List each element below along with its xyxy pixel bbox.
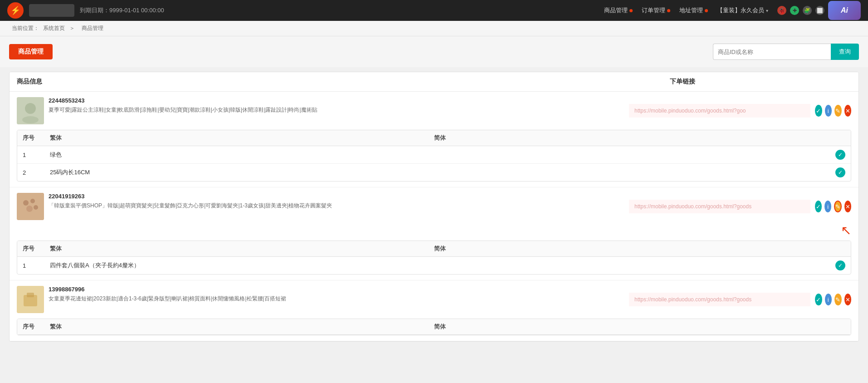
edit-btn-1[interactable]: ✎ bbox=[834, 105, 842, 117]
svg-point-7 bbox=[34, 205, 38, 210]
nav-item-member[interactable]: 【童装】永久会员 ▾ bbox=[717, 6, 768, 15]
info-btn-2[interactable]: i bbox=[824, 201, 831, 212]
bug-icon[interactable]: 🐞 bbox=[777, 6, 786, 15]
product-row-1: 22448553243 夏季可愛|露趾公主涼鞋|女童|軟底防滑|涼拖鞋|嬰幼兒|… bbox=[10, 92, 858, 187]
sub-col-seq: 序号 bbox=[23, 134, 50, 142]
info-btn-1[interactable]: i bbox=[825, 105, 832, 117]
topbar-icons: 🐞 ✚ 🧩 ⬜ Ai bbox=[777, 1, 861, 20]
breadcrumb-current: 商品管理 bbox=[82, 25, 103, 31]
thumb-img-3 bbox=[17, 286, 44, 313]
nav-dot-orders bbox=[667, 9, 670, 12]
nav-label-member: 【童装】永久会员 bbox=[717, 6, 764, 15]
nav-item-orders[interactable]: 订单管理 bbox=[642, 6, 670, 15]
product-info-1: 22448553243 夏季可愛|露趾公主涼鞋|女童|軟底防滑|涼拖鞋|嬰幼兒|… bbox=[17, 97, 624, 124]
product-main-3: 13998867996 女童夏季花邊短裙|2023新款|適合1-3-6歲|緊身版… bbox=[10, 280, 858, 319]
sub-check-2-1: ✓ bbox=[818, 260, 845, 270]
window-icon[interactable]: ⬜ bbox=[815, 6, 824, 15]
product-link-1: https://mobile.pinduoduo.com/goods.html?… bbox=[634, 108, 746, 114]
search-button[interactable]: 查询 bbox=[831, 44, 859, 60]
check-icon-1-2: ✓ bbox=[835, 167, 845, 177]
product-id-1: 22448553243 bbox=[49, 97, 624, 104]
edit-btn-3[interactable]: ✎ bbox=[834, 294, 842, 305]
product-link-2: https://mobile.pinduoduo.com/goods.html?… bbox=[634, 203, 751, 210]
check-btn-3[interactable]: ✓ bbox=[815, 294, 822, 305]
product-main-1: 22448553243 夏季可愛|露趾公主涼鞋|女童|軟底防滑|涼拖鞋|嬰幼兒|… bbox=[10, 92, 858, 130]
edit-btn-2[interactable]: ✎ bbox=[834, 201, 842, 212]
check-icon-1-1: ✓ bbox=[835, 150, 845, 160]
sub-check-1-1: ✓ bbox=[818, 150, 845, 160]
sub-row-2-1: 1 四件套八個裝A（夾子長約4釐米） ✓ bbox=[17, 257, 851, 274]
sub-table-header-1: 序号 繁体 简体 bbox=[17, 130, 851, 146]
nav-item-products[interactable]: 商品管理 bbox=[604, 6, 633, 15]
sub-col-trad-2: 繁体 bbox=[50, 245, 434, 253]
manage-button[interactable]: 商品管理 bbox=[9, 44, 53, 59]
check-btn-1[interactable]: ✓ bbox=[815, 105, 822, 117]
svg-point-4 bbox=[23, 200, 29, 206]
nav-label-address: 地址管理 bbox=[679, 6, 703, 15]
chevron-down-icon: ▾ bbox=[766, 8, 768, 13]
sub-trad-2-1: 四件套八個裝A（夾子長約4釐米） bbox=[50, 261, 434, 270]
product-link-cell-1: https://mobile.pinduoduo.com/goods.html?… bbox=[629, 104, 810, 118]
main-content: 商品信息 下单链接 22448553243 夏季可愛|露趾公主涼鞋| bbox=[0, 67, 868, 346]
product-thumb-2 bbox=[17, 193, 44, 220]
breadcrumb-home[interactable]: 系统首页 bbox=[43, 25, 65, 31]
thumb-img-1 bbox=[17, 97, 44, 124]
col-link-header: 下单链接 bbox=[670, 78, 851, 86]
delete-btn-2[interactable]: ✕ bbox=[844, 201, 851, 212]
page-header: 商品管理 查询 bbox=[0, 36, 868, 67]
topbar-left: ⚡ 到期日期：9999-01-01 00:00:00 bbox=[7, 2, 164, 19]
svg-rect-10 bbox=[27, 293, 34, 297]
product-row-3: 13998867996 女童夏季花邊短裙|2023新款|適合1-3-6歲|緊身版… bbox=[10, 280, 858, 341]
breadcrumb: 当前位置： 系统首页 ＞ 商品管理 bbox=[0, 21, 868, 36]
product-name-3: 女童夏季花邊短裙|2023新款|適合1-3-6歲|緊身版型|喇叭裙|棉質面料|休… bbox=[49, 295, 624, 303]
product-id-2: 22041919263 bbox=[49, 193, 624, 200]
sub-table-2: 序号 繁体 简体 1 四件套八個裝A（夾子長約4釐米） ✓ bbox=[17, 241, 851, 275]
product-table: 商品信息 下单链接 22448553243 夏季可愛|露趾公主涼鞋| bbox=[9, 72, 859, 342]
sub-seq-2-1: 1 bbox=[23, 262, 50, 269]
svg-point-6 bbox=[26, 206, 33, 212]
sub-seq-1-2: 2 bbox=[23, 169, 50, 176]
breadcrumb-prefix: 当前位置： bbox=[12, 25, 39, 31]
product-link-cell-2: https://mobile.pinduoduo.com/goods.html?… bbox=[629, 200, 810, 213]
product-text-2: 22041919263 「韓版童裝平價SHOP」韓版|超萌寶寶髮夾|兒童髮飾|亞… bbox=[49, 193, 624, 210]
sub-table-1: 序号 繁体 简体 1 绿色 ✓ 2 25码内长16CM bbox=[17, 130, 851, 182]
delete-btn-3[interactable]: ✕ bbox=[844, 294, 852, 305]
table-header: 商品信息 下单链接 bbox=[10, 72, 858, 92]
product-info-3: 13998867996 女童夏季花邊短裙|2023新款|適合1-3-6歲|緊身版… bbox=[17, 286, 624, 313]
info-btn-3[interactable]: i bbox=[825, 294, 832, 305]
nav-item-address[interactable]: 地址管理 bbox=[679, 6, 708, 15]
sub-row-1-2: 2 25码内长16CM ✓ bbox=[17, 164, 851, 181]
sub-col-trad: 繁体 bbox=[50, 134, 434, 142]
check-icon-2-1: ✓ bbox=[835, 260, 845, 270]
sub-col-seq-3: 序号 bbox=[23, 323, 50, 331]
sub-col-action bbox=[818, 134, 845, 142]
sub-table-3: 序号 繁体 简体 bbox=[17, 319, 851, 335]
sub-seq-1-1: 1 bbox=[23, 152, 50, 158]
extension-icon[interactable]: ✚ bbox=[790, 6, 799, 15]
search-area: 查询 bbox=[713, 44, 859, 60]
arrow-area: ↙ bbox=[10, 224, 858, 239]
check-btn-2[interactable]: ✓ bbox=[815, 201, 822, 212]
sub-table-header-3: 序号 繁体 简体 bbox=[17, 319, 851, 335]
puzzle-icon[interactable]: 🧩 bbox=[803, 6, 812, 15]
breadcrumb-sep: ＞ bbox=[69, 25, 76, 31]
search-input[interactable] bbox=[713, 44, 831, 60]
svg-point-2 bbox=[22, 116, 39, 123]
product-name-2: 「韓版童裝平價SHOP」韓版|超萌寶寶髮夾|兒童髮飾|亞克力心形|可愛劉海髮夾|… bbox=[49, 201, 624, 210]
sub-col-trad-3: 繁体 bbox=[50, 323, 434, 331]
sub-check-1-2: ✓ bbox=[818, 167, 845, 177]
sub-col-simp: 简体 bbox=[434, 134, 818, 142]
sub-trad-1-1: 绿色 bbox=[50, 151, 434, 159]
product-link-cell-3: https://mobile.pinduoduo.com/goods.html?… bbox=[629, 293, 810, 306]
sub-col-simp-3: 简体 bbox=[434, 323, 818, 331]
col-product-header: 商品信息 bbox=[17, 78, 670, 86]
delete-btn-1[interactable]: ✕ bbox=[844, 105, 852, 117]
product-thumb-1 bbox=[17, 97, 44, 124]
ai-badge[interactable]: Ai bbox=[828, 1, 861, 20]
product-text-3: 13998867996 女童夏季花邊短裙|2023新款|適合1-3-6歲|緊身版… bbox=[49, 286, 624, 303]
sub-col-simp-2: 简体 bbox=[434, 245, 818, 253]
expiry-label: 到期日期：9999-01-01 00:00:00 bbox=[80, 6, 164, 15]
sub-col-seq-2: 序号 bbox=[23, 245, 50, 253]
product-id-3: 13998867996 bbox=[49, 286, 624, 293]
topbar-right: 商品管理 订单管理 地址管理 【童装】永久会员 ▾ 🐞 ✚ 🧩 ⬜ Ai bbox=[604, 1, 861, 20]
